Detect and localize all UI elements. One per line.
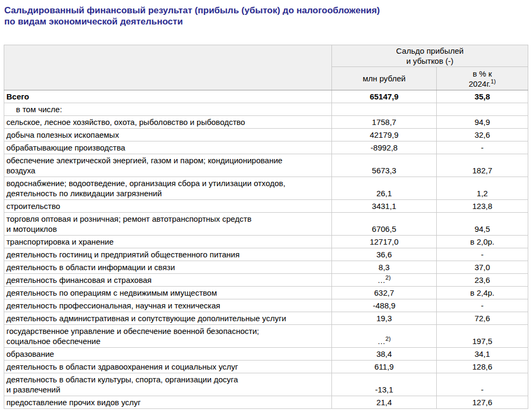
corner-cell bbox=[4, 45, 332, 90]
table-row: деятельность административная и сопутств… bbox=[4, 312, 528, 325]
value-pct-2024 bbox=[437, 103, 528, 116]
value-mln-rub: 1758,7 bbox=[332, 116, 437, 129]
value-pct-2024: 37,0 bbox=[437, 261, 528, 274]
value-mln-rub: -8992,8 bbox=[332, 141, 437, 154]
value-mln-rub: 8,3 bbox=[332, 261, 437, 274]
header-group-row: Сальдо прибылей и убытков (-) bbox=[4, 45, 528, 67]
value-pct-2024: 35,8 bbox=[437, 90, 528, 103]
value-mln-rub: -488,9 bbox=[332, 299, 437, 312]
activity-label: деятельность в области культуры, спорта,… bbox=[4, 373, 332, 396]
value-mln-rub: -13,1 bbox=[332, 373, 437, 396]
value-mln-rub: 3431,1 bbox=[332, 200, 437, 213]
activity-label: обрабатывающие производства bbox=[4, 141, 332, 154]
value-mln-rub: …2) bbox=[332, 325, 437, 348]
value-mln-rub bbox=[332, 103, 437, 116]
table-row: водоснабжение; водоотведение, организаци… bbox=[4, 177, 528, 200]
activity-label: обеспечение электрической энергией, газо… bbox=[4, 154, 332, 177]
table-row: государственное управление и обеспечение… bbox=[4, 325, 528, 348]
value-pct-2024: 182,7 bbox=[437, 154, 528, 177]
page-title: Сальдированный финансовый результат (при… bbox=[4, 5, 532, 27]
activity-label: деятельность финансовая и страховая bbox=[4, 274, 332, 287]
table-row: добыча полезных ископаемых42179,932,6 bbox=[4, 129, 528, 141]
activity-label: деятельность в области здравоохранения и… bbox=[4, 361, 332, 373]
table-row: деятельность в области здравоохранения и… bbox=[4, 361, 528, 373]
table-row: в том числе: bbox=[4, 103, 528, 116]
table-row: Всего65147,935,8 bbox=[4, 90, 528, 103]
table-row: деятельность в области информации и связ… bbox=[4, 261, 528, 274]
header-col-mln: млн рублей bbox=[332, 67, 437, 90]
value-pct-2024: - bbox=[437, 299, 528, 312]
activity-label: водоснабжение; водоотведение, организаци… bbox=[4, 177, 332, 200]
value-pct-2024: 94,9 bbox=[437, 116, 528, 129]
activity-label: государственное управление и обеспечение… bbox=[4, 325, 332, 348]
table-row: предоставление прочих видов услуг21,4127… bbox=[4, 396, 528, 409]
value-pct-2024: - bbox=[437, 373, 528, 396]
value-mln-rub: 21,4 bbox=[332, 396, 437, 409]
value-mln-rub: 5673,3 bbox=[332, 154, 437, 177]
activity-label: предоставление прочих видов услуг bbox=[4, 396, 332, 409]
activity-label: деятельность административная и сопутств… bbox=[4, 312, 332, 325]
footnote-ref-2: 2) bbox=[386, 274, 391, 281]
value-mln-rub: 611,9 bbox=[332, 361, 437, 373]
activity-label: добыча полезных ископаемых bbox=[4, 129, 332, 141]
value-pct-2024: 94,5 bbox=[437, 213, 528, 236]
value-pct-2024: - bbox=[437, 141, 528, 154]
value-pct-2024: 1,2 bbox=[437, 177, 528, 200]
footnote-ref-2: 2) bbox=[386, 336, 391, 342]
value-pct-2024: 128,6 bbox=[437, 361, 528, 373]
value-pct-2024: 23,6 bbox=[437, 274, 528, 287]
value-mln-rub: 26,1 bbox=[332, 177, 437, 200]
table-row: деятельность профессиональная, научная и… bbox=[4, 299, 528, 312]
value-pct-2024: 123,8 bbox=[437, 200, 528, 213]
table-row: сельское, лесное хозяйство, охота, рыбол… bbox=[4, 116, 528, 129]
activity-label: Всего bbox=[4, 90, 332, 103]
value-pct-2024: 34,1 bbox=[437, 348, 528, 361]
table-row: образование38,434,1 bbox=[4, 348, 528, 361]
table-row: обрабатывающие производства-8992,8- bbox=[4, 141, 528, 154]
table-row: строительство3431,1123,8 bbox=[4, 200, 528, 213]
table-row: деятельность по операциям с недвижимым и… bbox=[4, 287, 528, 299]
value-mln-rub: 632,7 bbox=[332, 287, 437, 299]
activity-label: транспортировка и хранение bbox=[4, 236, 332, 248]
value-mln-rub: 6706,5 bbox=[332, 213, 437, 236]
table-row: деятельность гостиниц и предприятий обще… bbox=[4, 248, 528, 261]
table-row: транспортировка и хранение12717,0в 2,0р. bbox=[4, 236, 528, 248]
activity-label: в том числе: bbox=[4, 103, 332, 116]
activity-label: образование bbox=[4, 348, 332, 361]
activity-label: торговля оптовая и розничная; ремонт авт… bbox=[4, 213, 332, 236]
header-col-pct-line2: 2024г. bbox=[469, 79, 491, 88]
value-pct-2024: 127,6 bbox=[437, 396, 528, 409]
activity-label: строительство bbox=[4, 200, 332, 213]
value-pct-2024: 197,5 bbox=[437, 325, 528, 348]
activity-label: сельское, лесное хозяйство, охота, рыбол… bbox=[4, 116, 332, 129]
header-col-pct: в % к2024г.1) bbox=[437, 67, 528, 90]
table-header: Сальдо прибылей и убытков (-) млн рублей… bbox=[4, 45, 528, 90]
report-page: Сальдированный финансовый результат (при… bbox=[0, 0, 532, 410]
footnote-ref-1: 1) bbox=[491, 78, 496, 85]
value-mln-rub: 38,4 bbox=[332, 348, 437, 361]
value-mln-rub: 19,3 bbox=[332, 312, 437, 325]
header-group-label: Сальдо прибылей и убытков (-) bbox=[332, 45, 528, 67]
value-pct-2024: в 2,4р. bbox=[437, 287, 528, 299]
value-mln-rub: 42179,9 bbox=[332, 129, 437, 141]
value-mln-rub: 65147,9 bbox=[332, 90, 437, 103]
financial-result-table: Сальдо прибылей и убытков (-) млн рублей… bbox=[4, 45, 528, 409]
value-mln-rub: 12717,0 bbox=[332, 236, 437, 248]
table-row: торговля оптовая и розничная; ремонт авт… bbox=[4, 213, 528, 236]
activity-label: деятельность в области информации и связ… bbox=[4, 261, 332, 274]
table-row: обеспечение электрической энергией, газо… bbox=[4, 154, 528, 177]
value-pct-2024: - bbox=[437, 248, 528, 261]
activity-label: деятельность по операциям с недвижимым и… bbox=[4, 287, 332, 299]
activity-label: деятельность профессиональная, научная и… bbox=[4, 299, 332, 312]
table-body: Всего65147,935,8в том числе:сельское, ле… bbox=[4, 90, 528, 409]
value-pct-2024: в 2,0р. bbox=[437, 236, 528, 248]
table-row: деятельность в области культуры, спорта,… bbox=[4, 373, 528, 396]
value-mln-rub: …2) bbox=[332, 274, 437, 287]
value-pct-2024: 72,6 bbox=[437, 312, 528, 325]
activity-label: деятельность гостиниц и предприятий обще… bbox=[4, 248, 332, 261]
header-col-pct-line1: в % к bbox=[472, 69, 492, 78]
value-mln-rub: 36,6 bbox=[332, 248, 437, 261]
value-pct-2024: 32,6 bbox=[437, 129, 528, 141]
table-row: деятельность финансовая и страховая…2)23… bbox=[4, 274, 528, 287]
